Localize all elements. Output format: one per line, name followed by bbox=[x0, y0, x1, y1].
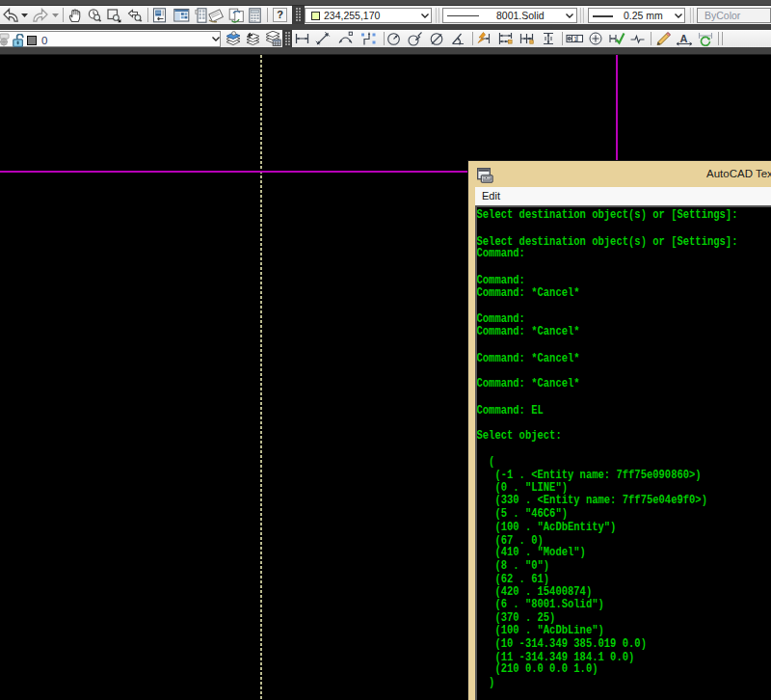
svg-text:1: 1 bbox=[573, 35, 577, 43]
svg-text:A: A bbox=[680, 33, 688, 44]
